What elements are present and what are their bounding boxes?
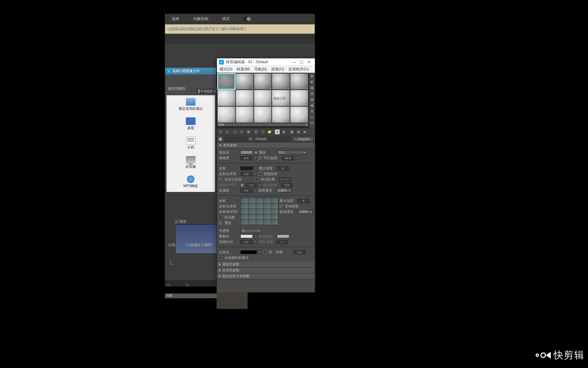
sample-slot-5[interactable] (290, 73, 308, 90)
menu-nav[interactable]: 导航(N) (254, 67, 267, 72)
preview-checkbox[interactable] (219, 221, 222, 224)
show-end-result-button[interactable]: ▣ (289, 129, 295, 135)
backlight-button[interactable]: ◐ (310, 79, 315, 84)
depth-spinner[interactable]: 1.0 (240, 240, 252, 244)
video-check-button[interactable]: ▥ (310, 97, 315, 102)
close-button[interactable]: ✕ (305, 59, 313, 65)
options-button[interactable]: ⚙ (310, 109, 315, 114)
material-editor-titlebar[interactable]: 3 材质编辑器 - 01 - Default — ☐ ✕ (217, 58, 315, 66)
sample-slot-10[interactable] (290, 90, 308, 106)
mult-spinner[interactable]: 1.0 (293, 250, 305, 254)
fresnel-ior-map-button[interactable] (258, 183, 262, 187)
time-ruler[interactable]: 10 15 (165, 280, 217, 287)
refr-max-depth-spinner[interactable]: 8 (298, 199, 309, 203)
preview-button[interactable]: ▣ (310, 103, 315, 108)
sample-slot-9[interactable]: 修改日期 (272, 90, 290, 106)
sample-slot-4[interactable] (272, 73, 290, 90)
go-forward-button[interactable]: ▶ (302, 129, 308, 135)
lock-ior-button[interactable]: L (240, 183, 244, 187)
diffuse-map-button[interactable]: M (254, 151, 258, 154)
sample-type-button[interactable]: ◉ (310, 74, 315, 78)
preset-dropdown[interactable]: 自定 (277, 151, 307, 155)
sample-slot-14[interactable] (272, 106, 290, 123)
fog-map-button[interactable] (254, 234, 258, 238)
sample-slot-8[interactable] (254, 90, 272, 106)
material-id-button[interactable]: # (310, 120, 315, 125)
ribbon-paint[interactable]: 对象绘制 (193, 16, 208, 21)
selfillum-color-swatch[interactable] (240, 250, 257, 254)
refl-gloss-spinner[interactable]: 1.0 (240, 172, 252, 176)
roughness-spinner[interactable]: 0.0 (240, 156, 252, 160)
metalness-spinner[interactable]: 0.0 (240, 188, 252, 193)
minimize-button[interactable]: — (290, 59, 298, 65)
uv-tile-button[interactable]: ▤ (310, 91, 315, 96)
get-material-button[interactable]: ✎ (218, 129, 223, 135)
dim-dist-spinner[interactable]: 100.0m (279, 177, 291, 182)
metalness-map-button[interactable] (253, 188, 257, 192)
ribbon-toggle[interactable] (243, 17, 251, 21)
reflection-map-button[interactable] (254, 166, 258, 170)
sample-slot-2[interactable] (236, 73, 254, 90)
file-dialog-titlebar[interactable]: 3 选择位图图像文件 (165, 68, 216, 75)
material-id-channel-button[interactable]: 0 (275, 129, 280, 135)
fog-color-swatch[interactable] (240, 234, 253, 238)
refraction-map-preview[interactable] (240, 197, 278, 225)
sample-slot-6[interactable] (217, 90, 236, 106)
ribbon-fill[interactable]: 填充 (222, 16, 230, 21)
go-parent-button[interactable]: ◀ (296, 129, 301, 135)
gi-checkbox[interactable] (263, 251, 266, 254)
show-map-button[interactable]: ◉ (281, 129, 287, 135)
place-wps[interactable]: WPS网盘 (183, 175, 198, 188)
sample-slot-11[interactable] (217, 106, 236, 123)
select-by-mat-button[interactable]: ⬚ (310, 115, 315, 119)
material-name-field[interactable]: 01 - Default (224, 137, 291, 142)
roughness-map-button[interactable] (253, 156, 257, 160)
refl-affect-dropdown[interactable]: 仅颜色 (276, 188, 291, 193)
translucency-dropdown[interactable]: 无 (240, 229, 261, 233)
abbe-checkbox[interactable] (219, 216, 222, 219)
selfillum-map-button[interactable] (258, 250, 262, 254)
sample-slot-13[interactable] (254, 106, 272, 123)
sample-slot-3[interactable] (254, 73, 272, 90)
place-recent[interactable]: 最近使用的项目 (179, 98, 203, 111)
bump-map-button[interactable] (295, 156, 298, 160)
brdf-rollout[interactable]: 双向反射分布函数 (217, 273, 315, 279)
menu-options[interactable]: 选项(O) (271, 67, 284, 72)
dim-falloff-spinner[interactable]: 0.0 (281, 183, 293, 187)
make-copy-button[interactable]: ⿻ (253, 129, 259, 135)
put-to-scene-button[interactable]: ↘ (225, 129, 230, 135)
sheen-rollout[interactable]: 光泽层参数 (217, 268, 315, 273)
put-to-library-button[interactable]: 📁 (267, 129, 272, 135)
scatter-map-button[interactable] (291, 234, 294, 238)
bump-spinner[interactable]: 30.0 (282, 156, 293, 160)
delete-button[interactable]: 🗑 (246, 129, 251, 135)
coat-rollout[interactable]: 清漆层参数 (217, 262, 315, 268)
affect-shadows-checkbox[interactable] (280, 205, 283, 208)
fresnel-checkbox[interactable] (219, 178, 222, 181)
assign-to-selection-button[interactable]: ⬚ (232, 129, 238, 135)
refr-affect-dropdown[interactable]: 仅颜色 (298, 210, 313, 214)
menu-mode[interactable]: 模式(D) (220, 67, 232, 72)
fresnel-ior-spinner[interactable]: 1.6 (245, 183, 257, 187)
sample-slot-1[interactable] (217, 73, 236, 90)
menu-util[interactable]: 实用程序(U) (288, 67, 309, 72)
sample-slot-15[interactable] (290, 106, 308, 123)
dim-dist-checkbox[interactable] (256, 178, 259, 181)
pick-material-button[interactable] (218, 136, 223, 142)
make-unique-button[interactable]: ◇ (260, 129, 266, 135)
basic-params-rollout[interactable]: 基本参数 (217, 143, 315, 148)
depth-map-button[interactable] (253, 240, 257, 244)
maximize-button[interactable]: ☐ (298, 59, 305, 65)
material-type-button[interactable]: VRayMtl (293, 137, 313, 142)
place-desktop[interactable]: 桌面 (186, 117, 196, 130)
ribbon-select[interactable]: 选择 (172, 16, 179, 21)
sss-spinner[interactable]: 1.0 (276, 240, 288, 244)
refl-max-depth-spinner[interactable]: 8 (277, 166, 289, 171)
diffuse-color-swatch[interactable] (240, 151, 253, 154)
sample-slot-12[interactable] (236, 106, 254, 123)
backside-checkbox[interactable] (258, 172, 261, 175)
place-pc[interactable]: 此电脑 (186, 156, 196, 169)
refl-gloss-map-button[interactable] (253, 172, 257, 176)
compensate-checkbox[interactable] (219, 256, 222, 259)
samples-hscroll[interactable]: ▸ (217, 123, 308, 126)
